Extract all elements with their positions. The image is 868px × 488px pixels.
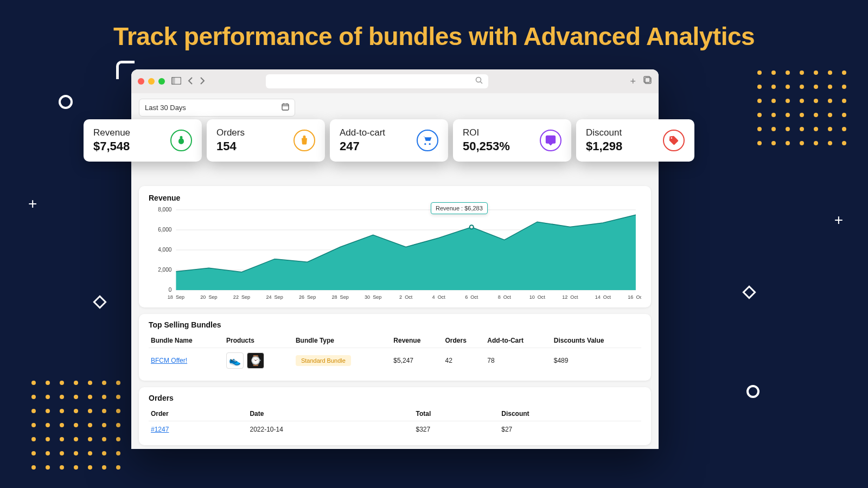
new-tab-icon[interactable]: + <box>630 76 636 87</box>
column-header: Discount <box>499 407 641 421</box>
page-headline: Track performance of bundles with Advanc… <box>0 22 868 51</box>
chart-tooltip: Revenue : $6,283 <box>431 202 488 214</box>
dashboard-body: Last 30 Days Revenue$7,548Orders154Add-t… <box>131 93 659 449</box>
deco-diamond <box>742 285 756 299</box>
svg-point-2 <box>476 78 481 82</box>
blue-kpi-icon <box>417 130 438 151</box>
svg-text:16  Oct: 16 Oct <box>628 294 641 300</box>
sidebar-toggle-icon[interactable] <box>171 77 181 86</box>
cell-discount: $489 <box>552 348 641 374</box>
deco-plus: + <box>834 211 843 229</box>
top-selling-table: Bundle NameProductsBundle TypeRevenueOrd… <box>149 333 641 373</box>
kpi-card-add-to-cart[interactable]: Add-to-cart247 <box>330 119 448 162</box>
svg-text:0: 0 <box>169 287 172 293</box>
order-link[interactable]: #1247 <box>151 426 169 433</box>
nav-back-icon[interactable] <box>188 77 193 86</box>
traffic-lights[interactable] <box>138 78 165 85</box>
column-header: Add-to-Cart <box>485 333 551 348</box>
kpi-card-orders[interactable]: Orders154 <box>207 119 325 162</box>
cell-discount: $27 <box>499 421 641 438</box>
cell-revenue: $5,247 <box>391 348 443 374</box>
kpi-label: Discount <box>586 127 622 138</box>
column-header: Orders <box>443 333 486 348</box>
svg-text:8,000: 8,000 <box>158 207 172 213</box>
top-selling-title: Top Selling Bundles <box>149 320 641 329</box>
svg-text:6,000: 6,000 <box>158 227 172 233</box>
column-header: Revenue <box>391 333 443 348</box>
table-row: BFCM Offer! 👟⌚ Standard Bundle $5,247 42… <box>149 348 641 374</box>
date-range-label: Last 30 Days <box>145 104 186 112</box>
browser-window: + Last 30 Days Revenue$7,548Orders154Add… <box>131 69 659 449</box>
svg-text:24  Sep: 24 Sep <box>266 294 283 300</box>
svg-text:12  Oct: 12 Oct <box>562 294 578 300</box>
column-header: Order <box>149 407 247 421</box>
kpi-value: 247 <box>340 139 385 153</box>
search-icon <box>475 76 483 86</box>
svg-text:%: % <box>548 137 553 143</box>
kpi-label: ROI <box>463 127 510 138</box>
kpi-row: Revenue$7,548Orders154Add-to-cart247ROI5… <box>84 119 694 162</box>
svg-text:4,000: 4,000 <box>158 247 172 253</box>
chart-title: Revenue <box>149 194 641 202</box>
deco-dots <box>31 381 120 470</box>
red-kpi-icon <box>663 130 685 151</box>
kpi-card-discount[interactable]: Discount$1,298 <box>576 119 694 162</box>
cell-date: 2022-10-14 <box>247 421 413 438</box>
orders-title: Orders <box>149 394 641 402</box>
product-thumb-shoe-icon: 👟 <box>226 352 244 369</box>
top-selling-card: Top Selling Bundles Bundle NameProductsB… <box>139 314 651 381</box>
date-range-picker[interactable]: Last 30 Days <box>139 99 295 117</box>
kpi-value: $7,548 <box>93 139 130 153</box>
chart-area: 02,0004,0006,0008,00018 Sep20 Sep22 Sep2… <box>149 204 641 302</box>
purple-kpi-icon: % <box>540 130 561 151</box>
svg-text:30  Sep: 30 Sep <box>365 294 381 300</box>
bundle-link[interactable]: BFCM Offer! <box>151 357 187 364</box>
deco-ring <box>59 95 73 109</box>
svg-text:8  Oct: 8 Oct <box>498 294 512 300</box>
product-thumb-watch-icon: ⌚ <box>247 352 264 369</box>
revenue-chart-card: Revenue 02,0004,0006,0008,00018 Sep20 Se… <box>139 186 651 307</box>
svg-text:2,000: 2,000 <box>158 267 172 273</box>
kpi-value: 50,253% <box>463 139 510 153</box>
column-header: Total <box>413 407 499 421</box>
deco-plus: + <box>28 195 37 213</box>
calendar-icon <box>282 103 289 112</box>
cell-total: $327 <box>413 421 499 438</box>
svg-point-36 <box>470 225 474 229</box>
svg-text:6  Oct: 6 Oct <box>465 294 478 300</box>
kpi-card-roi[interactable]: ROI50,253%% <box>453 119 571 162</box>
svg-text:14  Oct: 14 Oct <box>595 294 611 300</box>
table-row: #1247 2022-10-14 $327 $27 <box>149 421 641 438</box>
cell-atc: 78 <box>485 348 551 374</box>
address-bar[interactable] <box>266 74 488 88</box>
browser-toolbar: + <box>131 69 659 93</box>
kpi-card-revenue[interactable]: Revenue$7,548 <box>84 119 202 162</box>
cell-orders: 42 <box>443 348 486 374</box>
kpi-value: $1,298 <box>586 139 622 153</box>
svg-rect-6 <box>282 104 289 110</box>
kpi-label: Add-to-cart <box>340 127 385 138</box>
orange-kpi-icon <box>293 130 315 151</box>
deco-ring <box>746 385 760 398</box>
revenue-area-chart: 02,0004,0006,0008,00018 Sep20 Sep22 Sep2… <box>149 204 641 302</box>
svg-text:2  Oct: 2 Oct <box>399 294 413 300</box>
svg-text:4  Oct: 4 Oct <box>432 294 446 300</box>
svg-text:26  Sep: 26 Sep <box>299 294 316 300</box>
orders-table: OrderDateTotalDiscount #1247 2022-10-14 … <box>149 407 641 438</box>
column-header: Date <box>247 407 413 421</box>
svg-text:18  Sep: 18 Sep <box>168 294 184 300</box>
tabs-icon[interactable] <box>643 76 652 87</box>
kpi-label: Revenue <box>93 127 130 138</box>
column-header: Discounts Value <box>552 333 641 348</box>
nav-forward-icon[interactable] <box>200 77 205 86</box>
green-kpi-icon <box>170 130 192 151</box>
kpi-label: Orders <box>216 127 245 138</box>
svg-rect-1 <box>172 77 175 84</box>
svg-text:22  Sep: 22 Sep <box>233 294 250 300</box>
product-thumbs: 👟⌚ <box>226 352 291 369</box>
deco-dots <box>757 70 846 145</box>
orders-card: Orders OrderDateTotalDiscount #1247 2022… <box>139 387 651 445</box>
kpi-value: 154 <box>216 139 245 153</box>
svg-line-3 <box>481 82 483 84</box>
svg-text:20  Sep: 20 Sep <box>200 294 217 300</box>
